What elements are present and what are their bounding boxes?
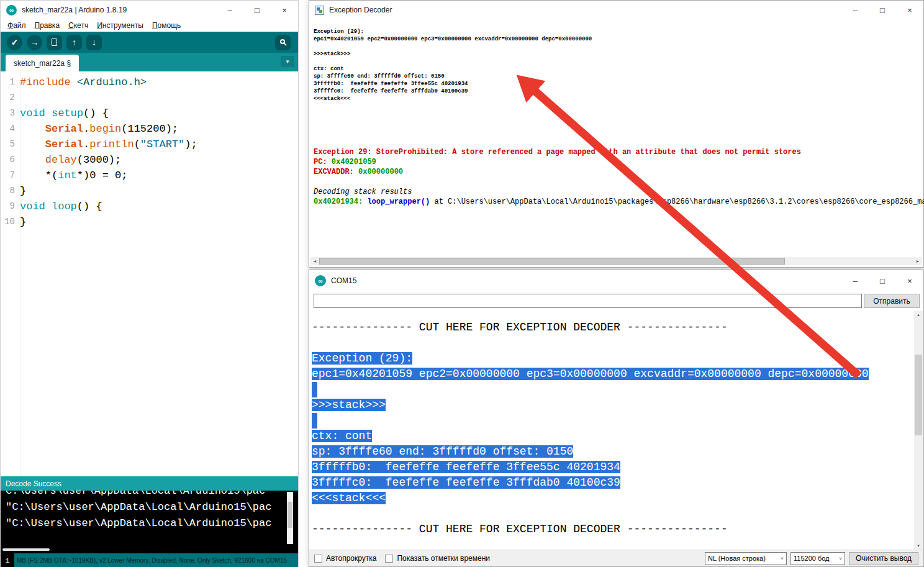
menu-item[interactable]: Инструменты xyxy=(93,20,148,30)
console-scrollbar[interactable] xyxy=(287,492,293,544)
baud-value: 115200 бод xyxy=(794,555,830,562)
arduino-titlebar[interactable]: ∞ sketch_mar22a | Arduino 1.8.19 – □ × xyxy=(1,1,298,19)
line-ending-value: NL (Новая строка) xyxy=(708,555,766,562)
close-button[interactable]: × xyxy=(896,1,923,19)
close-button[interactable]: × xyxy=(271,1,298,19)
console-hscrollbar[interactable] xyxy=(2,548,50,551)
minimize-icon: – xyxy=(853,6,857,15)
arduino-logo-icon: ∞ xyxy=(315,275,326,286)
ide-console[interactable]: C:\Users\user\AppData\Local\Arduino15\pa… xyxy=(1,491,298,553)
scrollbar-thumb[interactable] xyxy=(915,355,922,435)
serial-monitor-window: ∞ COM15 – □ × Отправить --------------- … xyxy=(309,270,924,567)
decoder-titlebar[interactable]: Exception Decoder – □ × xyxy=(309,1,923,19)
document-icon xyxy=(52,39,57,46)
line-indicator: 1 xyxy=(1,553,14,567)
arduino-window-title: sketch_mar22a | Arduino 1.8.19 xyxy=(22,6,127,14)
serial-line xyxy=(312,413,913,429)
dump-line: sp: 3ffffe60 end: 3fffffd0 offset: 0150 xyxy=(314,73,592,80)
minimize-button[interactable]: – xyxy=(841,270,869,291)
maximize-button[interactable]: □ xyxy=(243,1,271,19)
tab-strip: sketch_mar22a § ▼ xyxy=(1,53,298,71)
status-message: Decode Success xyxy=(6,479,61,488)
autoscroll-label: Автопрокрутка xyxy=(326,554,376,563)
new-sketch-button[interactable] xyxy=(47,35,62,50)
build-log-line: "C:\Users\user\AppData\Local\Arduino15\p… xyxy=(6,499,298,515)
close-icon: × xyxy=(282,6,287,15)
result-line: EXCVADDR: 0x00000000 xyxy=(314,167,924,177)
serial-line: <<<stack<<< xyxy=(312,491,913,506)
tab-dropdown-button[interactable]: ▼ xyxy=(281,56,294,67)
serial-monitor-button[interactable] xyxy=(275,35,291,50)
open-button[interactable]: ↑ xyxy=(66,35,82,50)
line-number: 7 xyxy=(1,168,20,183)
serial-monitor-titlebar[interactable]: ∞ COM15 – □ × xyxy=(309,270,923,291)
autoscroll-checkbox[interactable] xyxy=(314,555,322,563)
scrollbar-thumb[interactable] xyxy=(319,258,785,265)
maximize-icon: □ xyxy=(880,276,885,286)
maximize-button[interactable]: □ xyxy=(869,1,896,19)
line-number: 1 xyxy=(1,75,20,90)
line-number: 9 xyxy=(1,199,20,214)
baud-select[interactable]: 115200 бод ˅ xyxy=(790,552,845,565)
scroll-up-icon[interactable]: ▲ xyxy=(914,311,923,319)
maximize-button[interactable]: □ xyxy=(869,270,896,291)
serial-scrollbar[interactable]: ▲ ▼ xyxy=(914,311,923,550)
line-ending-select[interactable]: NL (Новая строка) ˅ xyxy=(705,552,787,565)
close-button[interactable]: × xyxy=(896,270,923,291)
arrow-up-icon: ↑ xyxy=(72,37,76,47)
timestamps-label: Показать отметки времени xyxy=(397,554,490,563)
dump-line: ctx: cont xyxy=(314,65,592,73)
menu-item[interactable]: Правка xyxy=(30,20,65,30)
menu-item[interactable]: Помощь xyxy=(148,20,185,30)
check-icon: ✓ xyxy=(11,37,19,47)
build-log-line: C:\Users\user\AppData\Local\Arduino15\pa… xyxy=(6,491,298,499)
line-number: 10 xyxy=(1,214,20,230)
verify-button[interactable]: ✓ xyxy=(7,35,22,50)
decoder-window-title: Exception Decoder xyxy=(329,6,392,14)
window-controls: – □ × xyxy=(841,1,923,19)
tab-sketch[interactable]: sketch_mar22a § xyxy=(6,55,79,71)
maximize-icon: □ xyxy=(255,6,260,15)
desktop: ∞ sketch_mar22a | Arduino 1.8.19 – □ × Ф… xyxy=(0,0,924,567)
minimize-icon: – xyxy=(227,6,232,15)
clear-output-button[interactable]: Очистить вывод xyxy=(849,552,918,565)
code-line: 1#include <Arduino.h> xyxy=(1,75,298,90)
code-line: 10} xyxy=(1,214,298,230)
scroll-left-icon[interactable]: ◄ xyxy=(310,257,319,265)
timestamps-checkbox[interactable] xyxy=(385,555,393,563)
result-line: Exception 29: StoreProhibited: A store r… xyxy=(314,147,924,157)
decoder-hscrollbar[interactable]: ◄ ► xyxy=(310,257,922,265)
send-button[interactable]: Отправить xyxy=(864,294,920,308)
menu-bar: ФайлПравкаСкетчИнструментыПомощь xyxy=(1,19,298,32)
scroll-right-icon[interactable]: ► xyxy=(913,257,922,265)
serial-line xyxy=(312,506,913,522)
ide-footer: 1 MB (FS:2MB OTA:~1019KB), v2 Lower Memo… xyxy=(1,553,298,567)
decode-results-text[interactable]: Exception 29: StoreProhibited: A store r… xyxy=(314,147,924,207)
arrow-right-icon: → xyxy=(30,37,39,47)
exception-dump-text[interactable]: Exception (29):epc1=0x40201059 epc2=0x00… xyxy=(314,28,592,102)
window-controls: – □ × xyxy=(216,1,298,19)
serial-send-input[interactable] xyxy=(314,294,862,308)
result-line xyxy=(314,177,924,187)
menu-item[interactable]: Скетч xyxy=(64,20,93,30)
maximize-icon: □ xyxy=(880,6,885,15)
minimize-button[interactable]: – xyxy=(216,1,243,19)
serial-monitor-title: COM15 xyxy=(331,276,356,285)
serial-line: ctx: cont xyxy=(312,429,913,444)
code-line: 3void setup() { xyxy=(1,106,298,121)
scroll-down-icon[interactable]: ▼ xyxy=(914,542,923,550)
build-log-line: "C:\Users\user\AppData\Local\Arduino15\p… xyxy=(6,515,298,532)
dump-line: 3fffffc0: feefeffe feefeffe 3fffdab0 401… xyxy=(314,88,592,95)
serial-console[interactable]: --------------- CUT HERE FOR EXCEPTION D… xyxy=(310,311,913,550)
upload-button[interactable]: → xyxy=(27,35,42,50)
dump-line xyxy=(314,43,592,50)
scrollbar-thumb[interactable] xyxy=(288,502,292,528)
line-number: 2 xyxy=(1,90,20,106)
result-line: PC: 0x40201059 xyxy=(314,157,924,167)
menu-item[interactable]: Файл xyxy=(3,20,30,30)
chevron-down-icon: ˅ xyxy=(778,556,784,561)
minimize-button[interactable]: – xyxy=(841,1,869,19)
save-button[interactable]: ↓ xyxy=(86,35,102,50)
line-number: 4 xyxy=(1,121,20,137)
code-editor[interactable]: 1#include <Arduino.h>2 3void setup() {4 … xyxy=(1,71,298,476)
